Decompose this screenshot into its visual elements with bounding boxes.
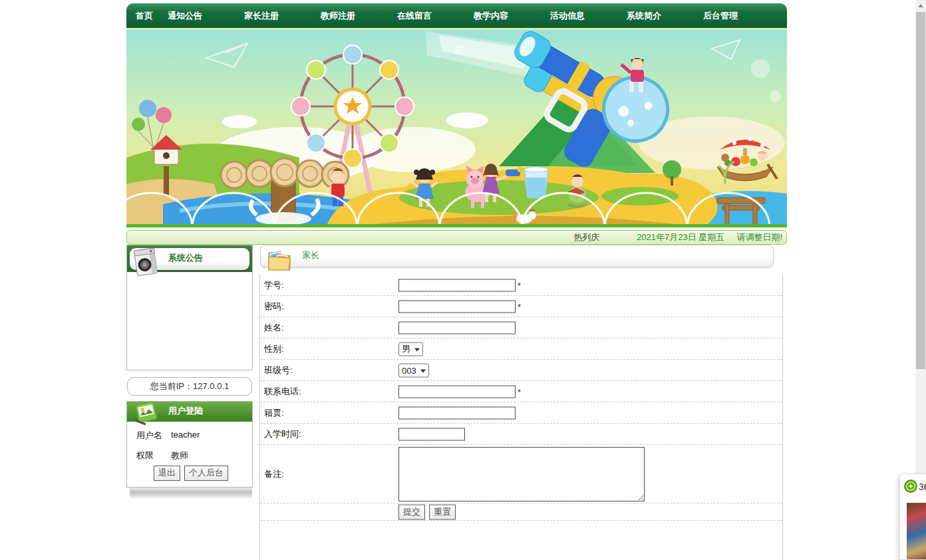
ticker-marquee-text: 热列庆	[573, 231, 599, 243]
profile-backend-button[interactable]: 个人后台	[184, 466, 228, 481]
form-row-remarks: 备注:	[260, 445, 782, 503]
announcement-panel: 系统公告	[126, 245, 253, 370]
name-input[interactable]	[398, 321, 516, 334]
nav-item-parent-register[interactable]: 家长注册	[244, 10, 321, 22]
required-mark: *	[518, 280, 521, 290]
logout-button[interactable]: 退出	[154, 466, 180, 481]
banner-illustration	[126, 30, 787, 227]
banner	[126, 30, 787, 227]
form-row-enroll-date: 入学时间:	[260, 424, 782, 445]
form-row-student-id: 学号: *	[260, 275, 782, 296]
chevron-down-icon	[414, 348, 420, 351]
nav-item-admin[interactable]: 后台管理	[703, 10, 780, 22]
reset-button[interactable]: 重置	[429, 504, 456, 519]
username-label: 用户名	[136, 430, 162, 442]
role-label: 权限	[136, 450, 154, 462]
page: 首页 通知公告 家长注册 教师注册 在线留言 教学内容 活动信息 系统简介 后台…	[0, 0, 926, 560]
folder-icon	[265, 246, 294, 276]
main-nav: 首页 通知公告 家长注册 教师注册 在线留言 教学内容 活动信息 系统简介 后台…	[126, 3, 787, 30]
name-label: 姓名:	[264, 322, 284, 334]
page-title: 家长	[302, 245, 319, 267]
password-input[interactable]	[398, 300, 516, 313]
class-select[interactable]: 003	[398, 363, 429, 377]
date-ticker: 热列庆 2021年7月23日 星期五 请调整日期!	[126, 230, 787, 245]
scroll-up-icon	[918, 4, 923, 7]
required-mark: *	[518, 386, 521, 396]
scrollbar-thumb[interactable]	[916, 12, 925, 369]
ticker-date: 2021年7月23日 星期五	[637, 231, 724, 243]
login-buttons: 退出 个人后台	[154, 466, 228, 481]
ticker-notice: 请调整日期!	[736, 231, 782, 243]
student-id-input[interactable]	[398, 279, 516, 291]
scroll-up-button[interactable]	[915, 0, 926, 11]
gender-select[interactable]: 男	[398, 342, 423, 356]
announcement-body	[127, 272, 252, 370]
class-label: 班级号:	[264, 364, 293, 376]
form-row-actions: 提交 重置	[260, 503, 782, 521]
password-label: 密码:	[264, 301, 284, 313]
hometown-input[interactable]	[398, 406, 516, 419]
phone-input[interactable]	[398, 385, 516, 398]
main-panel: 家长 学号: * 密码: * 姓名: 性别: 男	[259, 245, 783, 560]
form-row-phone: 联系电话: *	[260, 381, 782, 402]
form-row-hometown: 籍贯:	[260, 402, 782, 424]
enroll-date-label: 入学时间:	[264, 428, 301, 440]
login-icon	[132, 400, 160, 429]
announcement-title: 系统公告	[168, 245, 203, 272]
parent-form: 学号: * 密码: * 姓名: 性别: 男	[259, 275, 783, 560]
nav-item-activities[interactable]: 活动信息	[550, 10, 627, 22]
popup-360[interactable]: 360	[899, 474, 926, 560]
login-panel: 用户登陆 用户名 teacher 权限 教师 退出 个人后台	[126, 401, 253, 488]
popup-badge-text: 360	[919, 482, 926, 492]
water-glass-illustration	[524, 167, 548, 198]
360-logo-icon	[903, 479, 918, 495]
login-title: 用户登陆	[168, 402, 203, 422]
form-row-class: 班级号: 003	[260, 360, 782, 381]
chevron-down-icon	[420, 369, 426, 372]
submit-button[interactable]: 提交	[398, 504, 425, 519]
required-mark: *	[518, 301, 521, 311]
username-value: teacher	[171, 430, 200, 440]
form-row-gender: 性别: 男	[260, 339, 782, 360]
enroll-date-input[interactable]	[398, 428, 465, 440]
ip-text: 您当前IP：127.0.0.1	[150, 380, 230, 392]
class-selected-value: 003	[402, 365, 416, 375]
phone-label: 联系电话:	[264, 386, 301, 398]
remarks-label: 备注:	[264, 468, 284, 480]
nav-item-teacher-register[interactable]: 教师注册	[321, 10, 397, 22]
nav-item-about[interactable]: 系统简介	[627, 10, 703, 22]
sidebar-shadow	[130, 488, 252, 498]
popup-thumbnail-image[interactable]	[907, 503, 926, 560]
login-header: 用户登陆	[127, 402, 252, 422]
nav-item-messages[interactable]: 在线留言	[397, 10, 474, 22]
announcement-icon	[132, 247, 159, 279]
ip-box: 您当前IP：127.0.0.1	[127, 377, 252, 396]
main-header	[260, 245, 774, 267]
role-value: 教师	[171, 450, 188, 462]
hometown-label: 籍贯:	[264, 407, 284, 419]
form-row-name: 姓名:	[260, 317, 782, 339]
announcement-header: 系统公告	[127, 245, 252, 272]
remarks-textarea[interactable]	[398, 447, 645, 501]
form-row-password: 密码: *	[260, 296, 782, 317]
gender-selected-value: 男	[402, 343, 410, 355]
student-id-label: 学号:	[264, 279, 284, 291]
gender-label: 性别:	[264, 343, 284, 355]
nav-item-teaching-content[interactable]: 教学内容	[474, 10, 550, 22]
nav-item-notices[interactable]: 通知公告	[168, 10, 244, 22]
nav-item-home[interactable]: 首页	[136, 10, 168, 22]
